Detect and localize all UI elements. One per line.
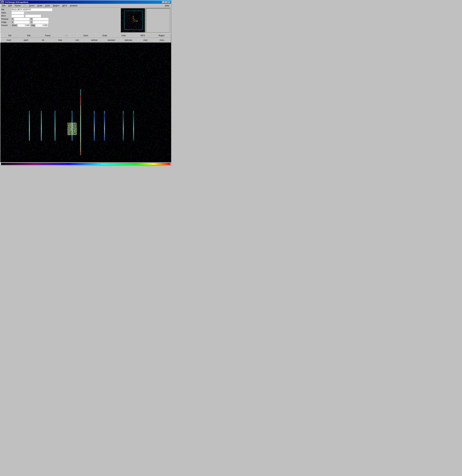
physical-x-label: X: [12, 18, 13, 20]
menu-file[interactable]: File: [1, 4, 7, 7]
toolbar-region[interactable]: Region: [152, 33, 171, 38]
color-btn-color[interactable]: color: [137, 38, 154, 42]
frame-label: Frame1: [1, 24, 11, 26]
titlebar: ▣ SAOImage Ds9-apollock _ □ ✕: [0, 0, 171, 4]
toolbar-color[interactable]: Color: [114, 33, 133, 38]
ang-label: Ang: [31, 24, 35, 26]
toolbar-frame[interactable]: Frame: [38, 33, 57, 38]
color-btn-rainbow[interactable]: rainbow: [86, 38, 103, 42]
app-icon: ▣: [1, 1, 4, 3]
main-window: ▣ SAOImage Ds9-apollock _ □ ✕ File Edit …: [0, 0, 171, 166]
colormap-bar: [1, 163, 170, 165]
maximize-button[interactable]: □: [165, 1, 167, 3]
menu-edit[interactable]: Edit: [7, 4, 13, 7]
color-btn-heat[interactable]: heat: [52, 38, 69, 42]
thumbnail-blank: [146, 8, 170, 33]
minimize-button[interactable]: _: [162, 1, 165, 3]
thumbnail-image: [121, 8, 145, 33]
color-btn-cool[interactable]: cool: [69, 38, 86, 42]
menu-color[interactable]: Color: [44, 4, 51, 7]
zoom-input[interactable]: [17, 24, 30, 27]
wcs-input1[interactable]: [11, 15, 24, 17]
color-btn-sls[interactable]: sls: [34, 38, 52, 42]
image-x-label: X: [12, 21, 13, 23]
close-button[interactable]: ✕: [168, 1, 170, 3]
info-panel: File Value WCS Physical X Y Image: [1, 8, 52, 33]
file-input[interactable]: [11, 8, 52, 11]
wcs-label: WCS: [1, 15, 11, 17]
toolbar-zoom[interactable]: Zoom: [76, 33, 95, 38]
value-label: Value: [1, 12, 11, 14]
menu-help[interactable]: Help: [164, 4, 170, 7]
menu-scale[interactable]: Scale: [36, 4, 44, 7]
toolbar-bin[interactable]: Bin: [57, 33, 76, 38]
toolbar-wcs[interactable]: WCS: [133, 33, 152, 38]
menu-wcs[interactable]: WCS: [61, 4, 68, 7]
physical-y-label: Y: [31, 18, 32, 20]
wcs-input2[interactable]: [25, 15, 41, 17]
zoom-label: Zoom: [12, 24, 17, 26]
menubar: File Edit Frame Bin Zoom Scale Color Reg…: [0, 4, 171, 8]
toolbar-file[interactable]: File: [0, 33, 19, 38]
menu-bin[interactable]: Bin: [22, 4, 28, 7]
menu-analysis[interactable]: Analysis: [69, 4, 79, 7]
toolbar-edit[interactable]: Edit: [19, 33, 38, 38]
ang-input[interactable]: [35, 24, 48, 27]
color-btn-staircase[interactable]: staircase: [120, 38, 137, 42]
color-btn-aips0[interactable]: aips0: [17, 38, 35, 42]
thumbnail-canvas: [121, 8, 145, 33]
value-input[interactable]: [11, 11, 24, 14]
image-y-input[interactable]: [33, 21, 49, 24]
toolbar-scale[interactable]: Scale: [95, 33, 114, 38]
color-btn-more[interactable]: more...: [154, 38, 171, 42]
image-y-label: Y: [31, 21, 32, 23]
menu-frame[interactable]: Frame: [13, 4, 22, 7]
main-toolbar: File Edit Frame Bin Zoom Scale Color WCS…: [0, 33, 171, 38]
color-btn-invert[interactable]: invert: [0, 38, 17, 42]
statusbar: [0, 162, 171, 165]
menu-zoom[interactable]: Zoom: [28, 4, 36, 7]
color-btn-standard[interactable]: standard: [103, 38, 120, 42]
main-image-canvas: [0, 43, 171, 162]
physical-label: Physical: [1, 18, 11, 20]
physical-x-input[interactable]: [14, 18, 30, 20]
file-label: File: [1, 8, 11, 11]
color-toolbar: invert aips0 sls heat cool rainbow stand…: [0, 38, 171, 43]
image-label: Image: [1, 21, 11, 23]
physical-y-input[interactable]: [33, 18, 49, 20]
image-x-input[interactable]: [14, 21, 30, 24]
menu-region[interactable]: Region: [52, 4, 61, 7]
image-canvas-area: [0, 43, 171, 162]
window-title: SAOImage Ds9-apollock: [5, 1, 28, 3]
